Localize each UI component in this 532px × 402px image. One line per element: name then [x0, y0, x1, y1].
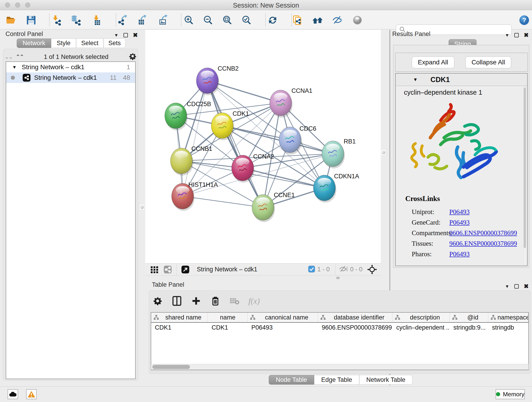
warning-button[interactable] — [26, 389, 37, 399]
table-cell[interactable]: CDK1 — [151, 323, 208, 333]
refresh-button[interactable] — [267, 14, 278, 26]
zoom-selected-button[interactable] — [241, 14, 252, 26]
column-header-name[interactable]: name — [208, 313, 248, 322]
open-in-new-window-icon[interactable] — [180, 264, 191, 275]
zoom-in-button[interactable] — [183, 14, 195, 26]
annotations-button[interactable] — [292, 14, 303, 26]
column-header-canonical-name[interactable]: canonical name — [248, 313, 318, 322]
results-panel-menu-icon[interactable]: ▼ — [505, 33, 509, 38]
crosslink-link[interactable]: P06493 — [449, 219, 470, 226]
table-cell[interactable]: stringdb:9... — [450, 323, 488, 333]
delete-column-icon[interactable] — [210, 295, 221, 306]
zoom-fit-button[interactable] — [222, 14, 233, 26]
table-row[interactable]: CDK1CDK1P064939606.ENSP00000378699cyclin… — [151, 323, 528, 333]
network-row[interactable]: String Network – cdk1 11 48 — [6, 72, 135, 83]
column-header-database-identifier[interactable]: database identifier — [318, 313, 393, 322]
control-panel-close-icon[interactable]: ✖ — [133, 32, 138, 39]
expand-all-networks-icon[interactable]: ⌄⌄ — [5, 54, 12, 60]
svg-text:HIST1H1A: HIST1H1A — [188, 181, 218, 188]
function-builder-icon: f(x) — [248, 296, 260, 306]
right-splitter-handle[interactable] — [381, 149, 386, 156]
table-cell[interactable]: cyclin–dependent ... — [393, 323, 450, 333]
network-canvas[interactable]: CCNB2 CCNA1 CDC25B CDK1 CDC6 RB1 CCNB1 — [145, 30, 381, 263]
add-column-icon[interactable] — [191, 295, 202, 306]
import-network-file-button[interactable] — [51, 14, 62, 26]
network-collection-row[interactable]: ▼ String Network – cdk1 1 — [6, 62, 135, 72]
table-cell[interactable]: CDK1 — [208, 323, 248, 333]
cloud-button[interactable] — [7, 389, 18, 399]
control-panel-tabs: NetworkStyleSelectSets — [17, 38, 126, 48]
collapse-all-networks-icon[interactable]: ⌃⌃ — [16, 54, 23, 60]
network-selected-status: 1 of 1 Network selected — [23, 53, 129, 61]
zoom-out-button[interactable] — [202, 14, 214, 26]
tab-network[interactable]: Network — [17, 38, 51, 48]
results-panel-float-icon[interactable] — [514, 33, 519, 37]
tab-select[interactable]: Select — [76, 38, 104, 48]
crosslink-link[interactable]: P06493 — [449, 250, 470, 258]
table-panel-menu-icon[interactable]: ▼ — [505, 284, 509, 289]
results-panel-title: Results Panel — [392, 31, 431, 38]
table-cell[interactable]: stringdb — [488, 323, 528, 333]
import-network-database-button[interactable] — [70, 14, 81, 26]
selected-checkbox-icon[interactable] — [308, 266, 315, 274]
table-horizontal-scrollbar[interactable] — [151, 364, 529, 370]
svg-text:CDK1: CDK1 — [233, 110, 249, 117]
network-node-CCNE1: CCNE1 — [252, 191, 295, 222]
left-splitter-handle[interactable] — [139, 204, 145, 211]
hidden-eye-slash-icon[interactable] — [339, 265, 348, 274]
hide-glass-button[interactable] — [331, 14, 343, 26]
column-header-description[interactable]: description — [393, 313, 450, 322]
network-options-gear-icon[interactable] — [129, 52, 137, 62]
tab-network-table[interactable]: Network Table — [359, 375, 413, 385]
results-panel-close-icon[interactable]: ✖ — [524, 32, 529, 39]
collapse-all-button[interactable]: Collapse All — [465, 56, 511, 68]
table-panel-close-icon[interactable]: ✖ — [524, 283, 529, 290]
network-node-CDK1: CDK1 — [211, 110, 249, 140]
table-panel-body: f(x) shared namenamecanonical namedataba… — [149, 291, 530, 374]
tab-style[interactable]: Style — [51, 38, 76, 48]
delete-table-icon — [229, 295, 240, 306]
node-table[interactable]: shared namenamecanonical namedatabase id… — [151, 312, 529, 370]
sphere-button[interactable] — [352, 14, 363, 26]
table-splitter-handle[interactable] — [336, 277, 340, 279]
export-table-button[interactable] — [136, 14, 148, 26]
save-session-button[interactable] — [25, 14, 37, 26]
tab-sets[interactable]: Sets — [104, 38, 126, 48]
protein-expander-icon[interactable]: ▼ — [413, 77, 418, 82]
help-button[interactable]: ? — [519, 14, 530, 26]
table-cell[interactable]: P06493 — [248, 323, 318, 333]
control-panel-float-icon[interactable] — [123, 33, 128, 37]
collection-expander-icon[interactable]: ▼ — [12, 65, 17, 70]
crosslink-link[interactable]: P06493 — [449, 208, 470, 216]
network-tree: ▼ String Network – cdk1 1 String Network… — [6, 61, 136, 379]
protein-name: CDK1 — [431, 76, 450, 84]
column-header--id[interactable]: @id — [450, 313, 488, 322]
grid-view-icon[interactable] — [149, 264, 160, 275]
birdseye-crosshair-icon[interactable] — [367, 264, 378, 275]
memory-button[interactable]: Memory — [496, 389, 525, 399]
column-header-shared-name[interactable]: shared name — [151, 313, 208, 322]
table-gear-icon[interactable] — [152, 295, 163, 306]
export-network-button[interactable] — [117, 14, 128, 26]
open-session-button[interactable] — [5, 14, 17, 26]
table-panel-float-icon[interactable] — [514, 284, 519, 288]
protein-section-header[interactable]: ▼ CDK1 — [396, 74, 527, 86]
tab-edge-table[interactable]: Edge Table — [314, 375, 359, 385]
crosslink-row: Uniprot:P06493 — [405, 206, 520, 217]
table-cell[interactable]: 9606.ENSP00000378699 — [318, 323, 393, 333]
import-table-file-button[interactable] — [91, 14, 102, 26]
network-node-CCNB2: CCNB2 — [196, 65, 239, 95]
results-scrollbar[interactable] — [524, 87, 526, 265]
column-header-namespace[interactable]: namespace — [488, 313, 528, 322]
select-columns-icon[interactable] — [171, 295, 182, 306]
toolbar-separator — [181, 13, 181, 26]
svg-text:CCNB2: CCNB2 — [218, 65, 239, 72]
share-view-icon[interactable] — [162, 264, 173, 275]
crosslink-link[interactable]: 9606.ENSP00000378699 — [449, 229, 517, 237]
tab-node-table[interactable]: Node Table — [269, 375, 314, 385]
crosslink-link[interactable]: 9606.ENSP00000378699 — [449, 240, 517, 247]
expand-all-button[interactable]: Expand All — [412, 56, 454, 68]
export-image-button[interactable] — [157, 14, 169, 26]
control-panel-menu-icon[interactable]: ▼ — [114, 33, 119, 38]
string-home-button[interactable] — [312, 14, 323, 26]
